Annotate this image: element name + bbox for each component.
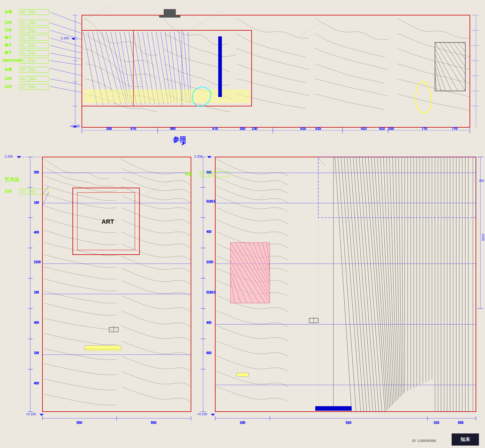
svg-text:石材: 石材	[4, 76, 12, 81]
svg-text:镜子: 镜子	[4, 35, 12, 40]
svg-text:镜子: 镜子	[4, 43, 12, 47]
svg-text:金属: 金属	[4, 67, 12, 72]
height-label-1500: 1500	[481, 233, 485, 241]
label-stone-bl: 石材	[4, 189, 12, 193]
svg-text:SD: SD	[21, 77, 25, 81]
dim-250-left: 250	[106, 127, 112, 130]
svg-text:镜子: 镜子	[4, 51, 12, 55]
svg-text:GL: GL	[21, 44, 25, 47]
svg-text:ST: ST	[202, 173, 206, 176]
elev-base-bl: +0.100	[26, 412, 36, 416]
dim-180-br: 180	[240, 421, 245, 424]
svg-text:190: 190	[34, 201, 39, 204]
dim-550-1: 550	[77, 421, 82, 424]
svg-text:石材: 石材	[4, 85, 12, 89]
dim-315-br: 315	[434, 421, 439, 424]
dim-380: 380	[170, 127, 176, 130]
svg-text:502: 502	[30, 85, 35, 89]
architectural-drawing: 250 575 380 575 250 130 515 515 510 510 …	[0, 0, 485, 448]
svg-text:300: 300	[34, 171, 39, 174]
dim-575-2: 575	[212, 127, 218, 130]
label-art-bl: 艺术品	[5, 177, 19, 182]
svg-text:5190.5: 5190.5	[206, 291, 216, 294]
elev-2200-top: 2.200	[61, 36, 69, 40]
svg-text:190: 190	[34, 351, 39, 355]
svg-text:ST: ST	[21, 190, 25, 193]
logo-text: 知末	[460, 437, 470, 442]
svg-text:400: 400	[34, 382, 39, 385]
dim-520-br: 520	[346, 421, 351, 424]
art-label: ART	[102, 218, 114, 225]
svg-text:504: 504	[30, 77, 35, 81]
svg-text:501: 501	[30, 68, 35, 72]
svg-text:502: 502	[30, 190, 35, 193]
svg-text:400: 400	[206, 230, 212, 233]
dim-408: 408	[479, 179, 484, 182]
svg-text:501: 501	[30, 52, 35, 55]
svg-text:501: 501	[30, 44, 35, 47]
dim-100: 100	[388, 127, 394, 130]
dim-550-2: 550	[151, 421, 156, 424]
elev-base-br: +0.100	[197, 412, 207, 416]
label-stone-br: 石材	[185, 172, 192, 176]
svg-text:GL: GL	[21, 59, 25, 62]
svg-text:501: 501	[30, 36, 35, 40]
svg-text:GL: GL	[21, 52, 25, 55]
svg-text:ST: ST	[21, 21, 25, 25]
elev-2200-bl: 2.200	[5, 155, 13, 158]
svg-text:501: 501	[30, 59, 35, 62]
svg-text:MT: MT	[21, 11, 25, 14]
svg-text:ST: ST	[21, 29, 25, 32]
svg-rect-143	[85, 346, 121, 349]
svg-text:石材: 石材	[4, 20, 12, 25]
svg-rect-249	[315, 406, 352, 411]
svg-text:190: 190	[34, 291, 39, 294]
svg-text:2100: 2100	[206, 260, 213, 264]
svg-rect-32	[218, 36, 222, 97]
svg-text:400: 400	[34, 231, 39, 234]
svg-text:GL: GL	[21, 36, 25, 40]
svg-text:5190.5: 5190.5	[206, 200, 216, 203]
svg-rect-248	[236, 373, 249, 376]
main-container: 250 575 380 575 250 130 515 515 510 510 …	[0, 0, 485, 448]
svg-text:400: 400	[206, 321, 212, 324]
dim-555-br: 555	[458, 421, 463, 424]
dim-510-1: 510	[361, 127, 366, 130]
svg-rect-144	[85, 349, 121, 351]
svg-rect-27	[83, 89, 250, 103]
svg-text:600: 600	[206, 351, 212, 355]
id-tag: ID: 1168300466	[412, 439, 436, 443]
elev-2200-br: 2.200	[194, 155, 202, 158]
svg-text:400: 400	[34, 321, 39, 324]
dim-575-1: 575	[131, 127, 136, 130]
dim-515-1: 515	[300, 127, 306, 130]
dim-770-1: 770	[422, 127, 427, 130]
label-metal-1: 金属	[4, 10, 12, 14]
svg-text:石材: 石材	[4, 28, 12, 32]
svg-text:ST: ST	[21, 85, 25, 89]
dim-510-2: 510	[379, 127, 385, 130]
svg-rect-30	[164, 9, 176, 15]
svg-text:502: 502	[211, 173, 216, 176]
dim-250-right: 250	[240, 127, 245, 130]
svg-rect-31	[159, 15, 180, 18]
dim-770-2: 770	[452, 127, 457, 130]
svg-text:MT: MT	[21, 68, 25, 72]
svg-text:501: 501	[30, 11, 35, 14]
svg-text:2100: 2100	[34, 260, 41, 264]
dim-515-2: 515	[316, 127, 321, 130]
dim-130: 130	[252, 127, 257, 130]
svg-text:502: 502	[30, 21, 35, 25]
svg-text:502: 502	[30, 29, 35, 32]
